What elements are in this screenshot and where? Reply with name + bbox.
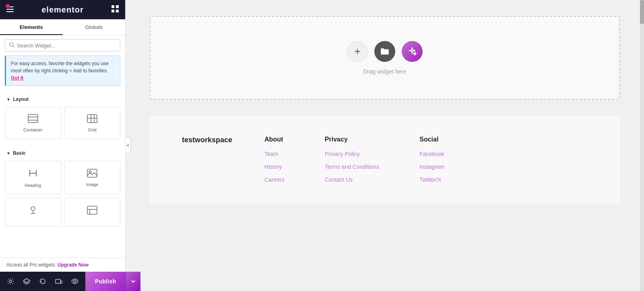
- svg-rect-3: [111, 5, 114, 8]
- publish-button[interactable]: Publish: [85, 272, 126, 291]
- list-item: Team: [264, 150, 285, 158]
- footer-privacy-heading: Privacy: [325, 136, 379, 143]
- svg-rect-31: [56, 279, 60, 283]
- svg-point-7: [10, 43, 13, 46]
- list-item: History: [264, 163, 285, 170]
- footer-section: testworkspace About Team History Careers…: [150, 116, 620, 203]
- svg-rect-4: [116, 5, 119, 8]
- about-careers-link[interactable]: Careers: [264, 176, 285, 183]
- got-it-link[interactable]: Got It: [11, 75, 23, 81]
- list-item: Contact Us: [325, 176, 379, 183]
- image-icon: [87, 168, 98, 180]
- tab-elements[interactable]: Elements: [0, 19, 63, 35]
- svg-rect-1: [6, 9, 14, 10]
- container-label: Container: [23, 127, 43, 132]
- privacy-policy-link[interactable]: Privacy Policy: [325, 151, 360, 157]
- panel-tabs: Elements Globals: [0, 19, 125, 35]
- svg-point-27: [9, 280, 12, 283]
- drop-zone-text: Drag widget here: [363, 68, 407, 75]
- widget-extra-2[interactable]: [64, 198, 121, 227]
- pro-upgrade-bar: Access all Pro widgets. Upgrade Now: [0, 258, 125, 272]
- list-item: Careers: [264, 176, 285, 183]
- heading-label: Heading: [25, 183, 41, 188]
- footer-social-heading: Social: [419, 136, 444, 143]
- history-button[interactable]: [35, 274, 50, 289]
- instagram-link[interactable]: Instagram: [419, 164, 444, 170]
- heading-icon: [27, 168, 39, 180]
- basic-arrow-icon: ▼: [6, 151, 10, 156]
- add-section-button[interactable]: [347, 41, 368, 62]
- topbar: elementor: [0, 0, 125, 19]
- svg-rect-2: [6, 11, 14, 12]
- search-input[interactable]: [17, 43, 116, 49]
- footer-brand: testworkspace: [182, 136, 232, 144]
- tip-box: For easy access, favorite the widgets yo…: [5, 55, 120, 86]
- layout-section-header[interactable]: ▼ Layout: [0, 93, 125, 105]
- pink-dot: [6, 4, 10, 8]
- elementor-logo: elementor: [41, 5, 84, 14]
- basic-section-header[interactable]: ▼ Basic: [0, 147, 125, 159]
- about-team-link[interactable]: Team: [264, 151, 278, 157]
- footer-social-links: Facebook Instagram Twitter/X: [419, 150, 444, 183]
- svg-point-33: [74, 280, 76, 283]
- layout-widget-grid: Container Grid: [0, 105, 125, 144]
- list-item: Instagram: [419, 163, 444, 170]
- folder-button[interactable]: [374, 41, 395, 62]
- toolbar-icons: [0, 274, 85, 289]
- svg-rect-19: [87, 169, 97, 177]
- right-scrollbar[interactable]: [640, 0, 644, 291]
- preview-button[interactable]: [68, 274, 82, 289]
- footer-col-privacy: Privacy Privacy Policy Terms and Conditi…: [325, 136, 379, 183]
- basic-section-label: Basic: [13, 150, 26, 156]
- basic-widget-grid: Heading Image: [0, 159, 125, 232]
- search-icon: [9, 42, 14, 49]
- publish-chevron-button[interactable]: [126, 272, 140, 291]
- twitter-link[interactable]: Twitter/X: [419, 176, 441, 183]
- upgrade-link[interactable]: Upgrade Now: [58, 262, 89, 268]
- footer-columns: About Team History Careers Privacy Priva…: [264, 136, 588, 183]
- tip-text: For easy access, favorite the widgets yo…: [11, 61, 109, 74]
- main-canvas: Drag widget here testworkspace About Tea…: [126, 0, 644, 291]
- container-widget[interactable]: Container: [5, 107, 61, 139]
- list-item: Twitter/X: [419, 176, 444, 183]
- contact-us-link[interactable]: Contact Us: [325, 176, 353, 183]
- responsive-button[interactable]: [52, 274, 66, 289]
- about-history-link[interactable]: History: [264, 164, 282, 170]
- widget-area: ▼ Layout Container: [0, 90, 125, 258]
- left-panel: elementor Elements Globals: [0, 0, 126, 291]
- terms-conditions-link[interactable]: Terms and Conditions: [325, 164, 379, 170]
- settings-button[interactable]: [3, 274, 18, 289]
- grid-label: Grid: [88, 127, 97, 132]
- heading-widget[interactable]: Heading: [5, 161, 61, 195]
- grid-widget[interactable]: Grid: [64, 107, 121, 139]
- ai-button[interactable]: [402, 41, 423, 62]
- search-box: [5, 39, 120, 51]
- layout-arrow-icon: ▼: [6, 97, 10, 102]
- image-widget[interactable]: Image: [64, 161, 121, 195]
- footer-col-about: About Team History Careers: [264, 136, 285, 183]
- layout-section-label: Layout: [13, 96, 29, 102]
- layers-button[interactable]: [19, 274, 34, 289]
- svg-rect-5: [111, 10, 114, 12]
- container-icon: [27, 114, 39, 125]
- list-item: Terms and Conditions: [325, 163, 379, 170]
- footer-about-heading: About: [264, 136, 285, 143]
- svg-rect-32: [61, 281, 62, 283]
- svg-rect-24: [87, 206, 97, 214]
- svg-marker-28: [23, 279, 30, 283]
- search-wrap: [0, 35, 125, 55]
- grid-apps-icon[interactable]: [111, 5, 119, 14]
- drop-zone-icons: [347, 41, 423, 62]
- publish-btn-wrap: Publish: [85, 272, 140, 291]
- collapse-panel-handle[interactable]: [126, 137, 131, 154]
- footer-about-links: Team History Careers: [264, 150, 285, 183]
- list-item: Privacy Policy: [325, 150, 379, 158]
- tab-globals[interactable]: Globals: [63, 19, 126, 35]
- facebook-link[interactable]: Facebook: [419, 151, 444, 157]
- footer-col-social: Social Facebook Instagram Twitter/X: [419, 136, 444, 183]
- pro-text: Access all Pro widgets.: [6, 262, 56, 268]
- widget-extra-1[interactable]: [5, 198, 61, 227]
- drop-zone[interactable]: Drag widget here: [150, 16, 620, 100]
- canvas-inner: Drag widget here testworkspace About Tea…: [126, 0, 644, 291]
- svg-rect-9: [28, 115, 38, 123]
